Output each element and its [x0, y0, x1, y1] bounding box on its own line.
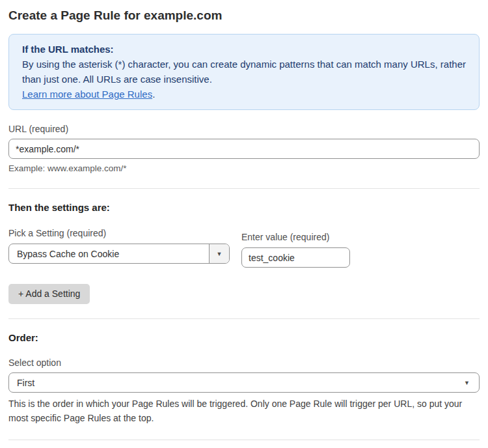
chevron-down-icon: ▼: [464, 380, 470, 386]
info-box-body: By using the asterisk (*) character, you…: [22, 57, 466, 87]
setting-value-label: Enter value (required): [241, 232, 350, 243]
link-period: .: [152, 89, 155, 100]
setting-select[interactable]: Bypass Cache on Cookie ▼: [8, 244, 230, 264]
setting-picker-column: Pick a Setting (required) Bypass Cache o…: [8, 228, 230, 264]
url-matches-info-box: If the URL matches: By using the asteris…: [8, 34, 480, 110]
url-field-label: URL (required): [8, 124, 480, 135]
page-title: Create a Page Rule for example.com: [8, 8, 480, 23]
order-select-label: Select option: [8, 357, 480, 369]
url-input[interactable]: [8, 139, 480, 159]
setting-select-value: Bypass Cache on Cookie: [9, 244, 209, 263]
order-section-heading: Order:: [8, 332, 480, 344]
settings-section-heading: Then the settings are:: [8, 202, 480, 214]
chevron-down-icon: ▼: [217, 251, 223, 257]
settings-row: Pick a Setting (required) Bypass Cache o…: [8, 228, 480, 268]
setting-value-input[interactable]: [241, 247, 350, 268]
setting-select-arrow-button[interactable]: ▼: [209, 244, 229, 263]
order-helper-text: This is the order in which your Page Rul…: [8, 397, 480, 425]
section-divider: [8, 318, 480, 319]
setting-picker-label: Pick a Setting (required): [8, 228, 230, 239]
learn-more-link[interactable]: Learn more about Page Rules: [22, 89, 152, 100]
section-divider: [8, 440, 480, 440]
info-box-heading: If the URL matches:: [22, 42, 466, 57]
info-box-link-line: Learn more about Page Rules.: [22, 87, 466, 102]
create-page-rule-form: Create a Page Rule for example.com If th…: [0, 0, 488, 448]
url-example-helper: Example: www.example.com/*: [8, 163, 480, 174]
order-select[interactable]: First ▼: [8, 372, 480, 393]
section-divider: [8, 188, 480, 189]
add-setting-button[interactable]: + Add a Setting: [8, 284, 90, 304]
setting-value-column: Enter value (required): [241, 232, 350, 268]
order-select-value: First: [17, 378, 34, 388]
